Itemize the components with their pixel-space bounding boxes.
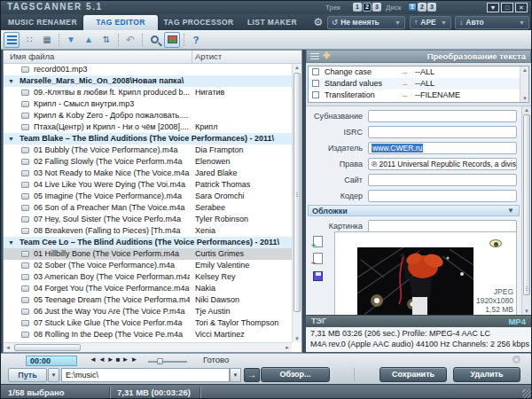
field-input[interactable]	[368, 190, 517, 202]
picture-input[interactable]	[368, 220, 517, 232]
scroll-up-icon[interactable]: ▲	[524, 107, 529, 113]
remove-cover-button[interactable]: –	[313, 253, 323, 264]
file-row[interactable]: 01 Bubbly (The Voice Performance).m4aDia…	[4, 145, 292, 156]
case-mode-dropdown[interactable]: ↺Не менять ▼	[327, 16, 405, 29]
file-row[interactable]: 05 Imagine (The Voice Performance).m4aSa…	[4, 191, 292, 202]
details-view-button[interactable]	[4, 32, 20, 48]
file-row[interactable]: 07 Hey, Soul Sister (The Voice Perfo.m4a…	[4, 214, 292, 225]
file-row[interactable]: 08 Rolling In the Deep (The Voice Pe.m4a…	[4, 329, 292, 340]
stop-icon[interactable]: ■	[116, 356, 122, 364]
close-button[interactable]: ✕	[515, 3, 528, 12]
scroll-left-icon[interactable]: ◄	[5, 345, 11, 350]
folder-row[interactable]: ▼Team Cee Lo – The Blind Auditions (The …	[4, 237, 292, 248]
save-button[interactable]: Сохранить	[379, 367, 447, 382]
file-row[interactable]: record001.mp3	[4, 64, 292, 75]
scroll-right-icon[interactable]: ►	[285, 345, 290, 350]
tab-list-maker[interactable]: List maker	[239, 15, 305, 30]
play-icon[interactable]: ►	[107, 356, 116, 364]
field-input[interactable]	[368, 110, 517, 122]
maximize-button[interactable]: □	[501, 3, 513, 12]
vertical-scrollbar[interactable]: ▲ ▼	[292, 64, 301, 342]
auto-dropdown[interactable]: ↓Авто ▼	[455, 16, 529, 29]
file-row[interactable]: 03 Not Ready to Make Nice (The Voice.m4a…	[4, 168, 292, 179]
disc-3-button[interactable]: 3	[427, 3, 436, 12]
move-up-button[interactable]: ▲	[81, 32, 97, 48]
browse-button[interactable]: Обзор...	[261, 367, 330, 382]
file-row[interactable]: 06 Son of a Preacher Man (The Voice.m4aS…	[4, 202, 292, 214]
scrollbar-thumb[interactable]	[523, 114, 530, 295]
delete-button[interactable]: Удалить	[453, 367, 520, 382]
file-row[interactable]: 06 Just the Way You Are (The Voice P.m4a…	[4, 306, 292, 317]
path-mode-dropdown[interactable]: ▼	[48, 368, 59, 382]
form-scrollbar[interactable]: ▲ ▼	[521, 106, 531, 315]
field-input[interactable]	[368, 174, 517, 186]
disc-2-button[interactable]: 2	[418, 3, 426, 12]
file-row[interactable]: 08 Breakeven (Falling to Pieces) [Th.m4a…	[4, 225, 292, 237]
file-row[interactable]: 09.-Клятвы в любви ft. Крипл produced b.…	[4, 87, 292, 98]
scrollbar-thumb[interactable]	[14, 344, 81, 351]
file-row[interactable]: Крипл & Koby Zero - Добро пожаловать....	[4, 110, 292, 121]
field-input[interactable]	[368, 126, 517, 138]
file-row[interactable]: Птаха(Центр) и Крипл - Ни о чём [2008]..…	[4, 121, 292, 133]
add-cover-button[interactable]: +	[313, 236, 323, 247]
checkbox[interactable]	[312, 91, 319, 98]
artwork-toggle-button[interactable]	[164, 32, 180, 48]
panel-close-icon[interactable]: ✕	[512, 356, 520, 364]
path-button[interactable]: Путь	[8, 368, 47, 382]
go-button[interactable]: →	[244, 368, 260, 382]
scroll-up-icon[interactable]: ▲	[294, 65, 300, 70]
undo-button[interactable]: ↶	[122, 32, 138, 48]
slider-thumb[interactable]	[157, 358, 163, 364]
cover-art-image[interactable]	[357, 247, 473, 315]
collapse-triangle-icon[interactable]: ▼	[8, 75, 14, 87]
tab-music-renamer[interactable]: Music renamer	[4, 15, 82, 30]
file-row[interactable]: 05 Teenage Dream (The Voice Performa.m4a…	[4, 294, 292, 306]
grid-large-button[interactable]: ▦	[39, 32, 55, 48]
preview-eye-icon[interactable]	[489, 239, 502, 247]
file-row[interactable]: 02 Sober (The Voice Performance).m4aEmil…	[4, 260, 292, 271]
column-divider[interactable]	[192, 51, 192, 63]
track-3-button[interactable]: 3	[372, 3, 381, 12]
settings-gear-icon[interactable]: ⚙	[311, 15, 325, 29]
path-history-dropdown[interactable]: ▼	[230, 368, 241, 382]
file-row[interactable]: 04 Live Like You Were Dying (The Voi.m4a…	[4, 179, 292, 191]
rewind-icon[interactable]: ◄◄	[90, 356, 107, 364]
transform-item[interactable]: Standard values→--ALL	[309, 78, 528, 90]
file-row[interactable]: 01 Hillbilly Bone (The Voice Perform.m4a…	[4, 248, 292, 260]
save-cover-button[interactable]	[313, 271, 323, 281]
disc-1-button[interactable]: 1	[408, 3, 417, 12]
file-row[interactable]: 03 American Boy (The Voice Performan.m4a…	[4, 271, 292, 283]
field-input[interactable]: ℗ 2011 Universal Republic Records, a div…	[368, 158, 517, 170]
covers-section-header[interactable]: Обложки ▼	[308, 205, 520, 216]
path-input[interactable]: E:\music\	[61, 368, 230, 382]
checkbox[interactable]	[312, 80, 319, 87]
scroll-down-icon[interactable]: ▼	[294, 336, 300, 341]
folder-row[interactable]: ▼Marselle_Mars_Mic_On_2008\Новая папка\	[4, 75, 292, 87]
search-button[interactable]	[146, 32, 162, 48]
tab-tag-editor[interactable]: TAG editor	[83, 15, 158, 30]
column-filename[interactable]: Имя файла	[10, 51, 54, 61]
resize-grip[interactable]	[522, 389, 531, 398]
sort-button[interactable]: ⇅	[98, 32, 114, 48]
tab-tag-processor[interactable]: TAG processor	[160, 15, 238, 30]
fast-forward-icon[interactable]: ►►	[122, 356, 140, 364]
checkbox[interactable]	[312, 68, 319, 75]
file-row[interactable]: 04 Forget You (The Voice Performance.m4a…	[4, 283, 292, 294]
collapse-triangle-icon[interactable]: ▼	[8, 133, 14, 145]
track-2-button[interactable]: 2	[363, 3, 372, 12]
help-button[interactable]: ?	[188, 32, 204, 48]
add-icon[interactable]: ✚	[323, 51, 330, 60]
file-row[interactable]: Крипл - Смысл внутри.mp3	[4, 98, 292, 110]
folder-row[interactable]: ▼Team Blake – The Blind Auditions (The V…	[4, 133, 292, 145]
transform-item[interactable]: Change case→--ALL	[309, 66, 528, 78]
list-icon[interactable]	[310, 53, 319, 61]
transform-scrollbar[interactable]: ▲▼	[520, 66, 528, 102]
ape-dropdown[interactable]: ↑APE ▼	[410, 16, 451, 29]
column-artist[interactable]: Артист	[195, 51, 222, 61]
minimize-button[interactable]: ▼	[487, 3, 499, 12]
grid-small-button[interactable]: ∷	[21, 32, 37, 48]
volume-slider[interactable]	[148, 361, 187, 363]
horizontal-scrollbar[interactable]: ◄ ►	[4, 342, 292, 352]
scroll-down-icon[interactable]: ▼	[524, 309, 529, 314]
transform-item[interactable]: Transliteration→--FILENAME	[309, 90, 528, 101]
